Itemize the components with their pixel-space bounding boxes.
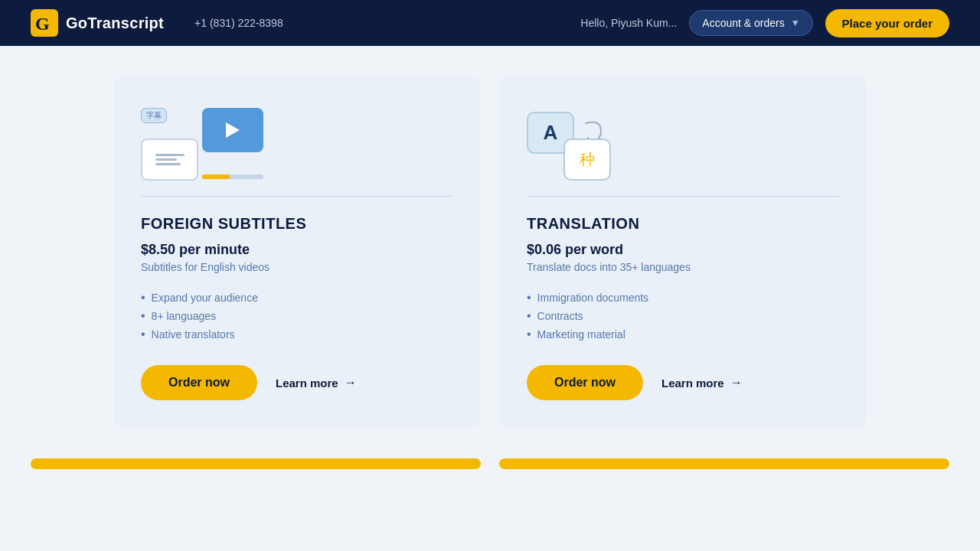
chevron-down-icon: ▼ bbox=[791, 18, 800, 28]
logo-text: GoTranscript bbox=[66, 15, 164, 32]
phone-number: +1 (831) 222-8398 bbox=[194, 17, 283, 29]
arrow-icon-translation: → bbox=[730, 376, 743, 390]
card-subtitle-subtitles: Subtitles for English videos bbox=[141, 261, 453, 273]
main-content: 字幕 bbox=[0, 46, 980, 451]
logo-icon: G bbox=[31, 9, 58, 37]
learn-more-link-translation[interactable]: Learn more → bbox=[662, 376, 743, 390]
account-orders-button[interactable]: Account & orders ▼ bbox=[689, 10, 812, 36]
translation-card: A 种 TRANSLATION $0.06 per word Translate… bbox=[499, 77, 867, 428]
yellow-bar-right bbox=[499, 458, 949, 469]
bubble-chinese-icon: 种 bbox=[564, 139, 611, 181]
feature-item: Expand your audience bbox=[141, 289, 453, 307]
user-greeting: Hello, Piyush Kum... bbox=[580, 17, 677, 29]
card-title-translation: TRANSLATION bbox=[527, 215, 839, 233]
card-price-translation: $0.06 per word bbox=[527, 242, 839, 258]
card-title-subtitles: FOREIGN SUBTITLES bbox=[141, 215, 453, 233]
learn-more-link-subtitles[interactable]: Learn more → bbox=[276, 376, 357, 390]
learn-more-text-translation: Learn more bbox=[662, 377, 724, 390]
chinese-label: 字幕 bbox=[141, 108, 167, 123]
feature-item: Marketing material bbox=[527, 325, 839, 344]
foreign-subtitles-card: 字幕 bbox=[113, 77, 481, 428]
progress-fill bbox=[202, 174, 230, 179]
learn-more-text-subtitles: Learn more bbox=[276, 377, 338, 390]
feature-item: 8+ languages bbox=[141, 307, 453, 325]
bottom-bars bbox=[0, 458, 980, 469]
card-divider-2 bbox=[527, 196, 839, 197]
account-orders-label: Account & orders bbox=[702, 17, 784, 29]
chat-bubble-icon bbox=[141, 139, 198, 181]
chat-lines bbox=[155, 154, 185, 165]
card-actions-subtitles: Order now Learn more → bbox=[141, 365, 453, 400]
chat-line-2 bbox=[155, 158, 177, 161]
place-order-button[interactable]: Place your order bbox=[825, 9, 949, 37]
card-features-translation: Immigration documents Contracts Marketin… bbox=[527, 289, 839, 344]
translation-illustration: A 种 bbox=[527, 104, 839, 181]
order-now-button-translation[interactable]: Order now bbox=[527, 365, 643, 400]
card-actions-translation: Order now Learn more → bbox=[527, 365, 839, 400]
feature-item: Immigration documents bbox=[527, 289, 839, 307]
chat-line-3 bbox=[155, 163, 181, 165]
yellow-bar-left bbox=[31, 458, 481, 469]
card-price-subtitles: $8.50 per minute bbox=[141, 242, 453, 258]
card-features-subtitles: Expand your audience 8+ languages Native… bbox=[141, 289, 453, 344]
feature-item: Native translators bbox=[141, 325, 453, 344]
card-divider-1 bbox=[141, 196, 453, 197]
svg-text:G: G bbox=[35, 14, 50, 34]
logo-area: G GoTranscript bbox=[31, 9, 164, 37]
subtitle-illustration: 字幕 bbox=[141, 104, 453, 181]
header-right: Hello, Piyush Kum... Account & orders ▼ … bbox=[580, 9, 949, 37]
order-now-button-subtitles[interactable]: Order now bbox=[141, 365, 257, 400]
play-icon bbox=[226, 122, 240, 138]
card-subtitle-translation: Translate docs into 35+ languages bbox=[527, 261, 839, 273]
header: G GoTranscript +1 (831) 222-8398 Hello, … bbox=[0, 0, 980, 46]
feature-item: Contracts bbox=[527, 307, 839, 325]
progress-track bbox=[202, 174, 263, 179]
video-box-icon bbox=[202, 108, 263, 152]
arrow-icon-subtitles: → bbox=[345, 376, 357, 390]
chat-line-1 bbox=[155, 154, 185, 156]
progress-bar-area bbox=[202, 173, 263, 179]
